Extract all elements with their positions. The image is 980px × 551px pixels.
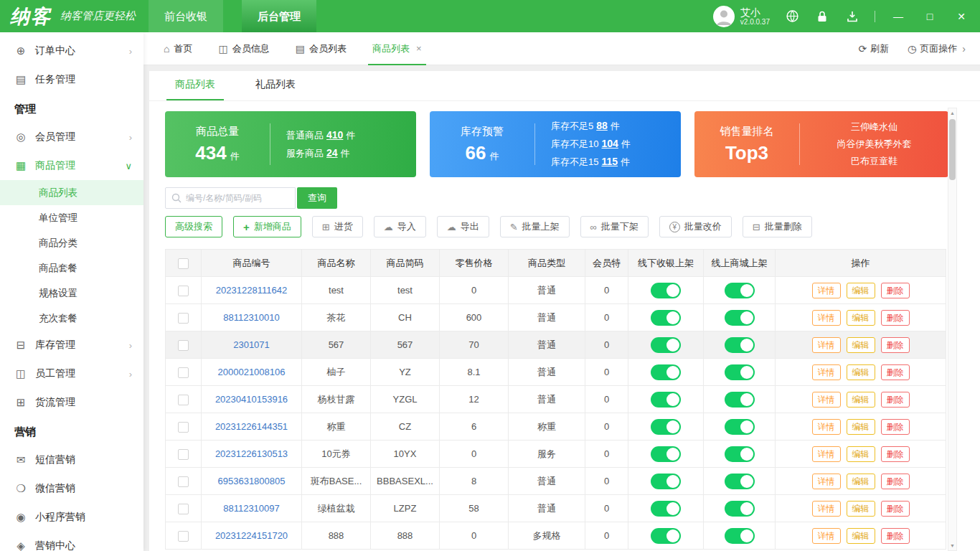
row-checkbox[interactable] [178, 340, 189, 351]
delete-button[interactable]: 删除 [881, 501, 910, 517]
row-checkbox[interactable] [178, 395, 189, 405]
detail-button[interactable]: 详情 [812, 419, 841, 435]
product-id-link[interactable]: 2000021008106 [218, 367, 286, 377]
sidebar-subitem[interactable]: 商品分类 [0, 230, 143, 255]
download-icon[interactable] [844, 9, 860, 24]
search-input[interactable] [182, 193, 295, 203]
online-shelf-toggle[interactable] [725, 501, 755, 517]
breadcrumb-tab[interactable]: ◫会员信息 [218, 32, 269, 65]
sidebar-subitem[interactable]: 规格设置 [0, 281, 143, 306]
stat-line-value-link[interactable]: 88 [596, 120, 608, 131]
product-id-link[interactable]: 20231224151720 [215, 530, 288, 541]
detail-button[interactable]: 详情 [812, 283, 841, 298]
delete-button[interactable]: 删除 [881, 419, 910, 435]
edit-button[interactable]: 编辑 [847, 337, 875, 353]
sidebar-item[interactable]: ⊞货流管理 [0, 388, 143, 417]
delete-button[interactable]: 删除 [881, 392, 910, 408]
edit-button[interactable]: 编辑 [847, 364, 875, 380]
sidebar-subitem[interactable]: 充次套餐 [0, 306, 143, 331]
offline-shelf-toggle[interactable] [651, 310, 681, 326]
delete-button[interactable]: 删除 [881, 337, 910, 353]
row-checkbox[interactable] [178, 504, 189, 514]
online-shelf-toggle[interactable] [725, 446, 755, 462]
edit-button[interactable]: 编辑 [847, 446, 875, 462]
online-shelf-toggle[interactable] [725, 364, 755, 380]
offline-shelf-toggle[interactable] [651, 392, 681, 408]
product-id-link[interactable]: 20231226130513 [215, 448, 288, 459]
offline-shelf-toggle[interactable] [651, 446, 681, 462]
online-shelf-toggle[interactable] [725, 528, 755, 544]
product-id-link[interactable]: 88112310097 [223, 503, 280, 514]
batch-price-button[interactable]: ¥批量改价 [659, 216, 732, 237]
sidebar-subitem[interactable]: 商品列表 [0, 180, 143, 205]
breadcrumb-tab[interactable]: 商品列表× [372, 32, 422, 65]
batch-offshelf-button[interactable]: ∞批量下架 [580, 216, 649, 237]
export-button[interactable]: ☁导出 [437, 216, 489, 237]
stat-line-value-link[interactable]: 115 [601, 156, 618, 167]
refresh-action[interactable]: ⟳刷新 [858, 42, 889, 55]
offline-shelf-toggle[interactable] [651, 474, 681, 489]
product-id-link[interactable]: 88112310010 [223, 312, 280, 323]
sidebar-item[interactable]: ⊟库存管理› [0, 331, 143, 359]
edit-button[interactable]: 编辑 [847, 419, 875, 435]
row-checkbox[interactable] [178, 449, 189, 460]
offline-shelf-toggle[interactable] [651, 501, 681, 517]
row-checkbox[interactable] [178, 476, 189, 487]
topbar-nav-tab[interactable]: 前台收银 [149, 0, 223, 32]
detail-button[interactable]: 详情 [812, 337, 841, 353]
sidebar-item[interactable]: ⊕订单中心› [0, 37, 143, 65]
online-shelf-toggle[interactable] [725, 310, 755, 326]
stat-line-value-link[interactable]: 24 [326, 147, 338, 159]
offline-shelf-toggle[interactable] [651, 419, 681, 435]
stat-line-value-link[interactable]: 410 [326, 129, 343, 141]
sidebar-subitem[interactable]: 单位管理 [0, 205, 143, 230]
row-checkbox[interactable] [178, 286, 189, 296]
add-product-button[interactable]: +新增商品 [233, 216, 301, 237]
sidebar-item[interactable]: ◫员工管理› [0, 359, 143, 388]
detail-button[interactable]: 详情 [812, 392, 841, 408]
row-checkbox[interactable] [178, 367, 189, 378]
delete-button[interactable]: 删除 [881, 364, 910, 380]
search-button[interactable]: 查询 [297, 187, 337, 209]
detail-button[interactable]: 详情 [812, 446, 841, 462]
edit-button[interactable]: 编辑 [847, 392, 875, 408]
product-id-link[interactable]: 6953631800805 [218, 476, 286, 486]
sidebar-item[interactable]: ◎会员管理› [0, 123, 143, 151]
edit-button[interactable]: 编辑 [847, 474, 875, 489]
sidebar-item[interactable]: ◈营销中心 [0, 532, 143, 551]
offline-shelf-toggle[interactable] [651, 283, 681, 298]
sidebar-item[interactable]: ✉短信营销 [0, 446, 143, 474]
delete-button[interactable]: 删除 [881, 446, 910, 462]
purchase-button[interactable]: ⊞进货 [312, 216, 363, 237]
scroll-up-icon[interactable]: ▲ [950, 108, 955, 118]
page-actions[interactable]: ◷页面操作› [908, 42, 966, 55]
advanced-search-button[interactable]: 高级搜索 [165, 216, 222, 237]
edit-button[interactable]: 编辑 [847, 283, 875, 298]
maximize-button[interactable]: □ [921, 11, 938, 22]
edit-button[interactable]: 编辑 [847, 310, 875, 326]
delete-button[interactable]: 删除 [881, 283, 910, 298]
minimize-button[interactable]: — [890, 11, 907, 22]
row-checkbox[interactable] [178, 422, 189, 433]
offline-shelf-toggle[interactable] [651, 364, 681, 380]
online-shelf-toggle[interactable] [725, 474, 755, 489]
detail-button[interactable]: 详情 [812, 501, 841, 517]
batch-onshelf-button[interactable]: ✎批量上架 [500, 216, 570, 237]
online-shelf-toggle[interactable] [725, 283, 755, 298]
offline-shelf-toggle[interactable] [651, 528, 681, 544]
vertical-scrollbar[interactable]: ▲ ▼ [948, 108, 957, 551]
detail-button[interactable]: 详情 [812, 528, 841, 544]
row-checkbox[interactable] [178, 531, 189, 542]
scroll-thumb[interactable] [949, 119, 956, 180]
close-button[interactable]: ✕ [953, 11, 970, 22]
row-checkbox[interactable] [178, 313, 189, 324]
delete-button[interactable]: 删除 [881, 528, 910, 544]
delete-button[interactable]: 删除 [881, 474, 910, 489]
content-tab[interactable]: 商品列表 [166, 78, 224, 100]
scroll-down-icon[interactable]: ▼ [950, 541, 955, 550]
detail-button[interactable]: 详情 [812, 310, 841, 326]
content-tab[interactable]: 礼品列表 [247, 78, 304, 100]
sidebar-subitem[interactable]: 商品套餐 [0, 255, 143, 281]
breadcrumb-tab[interactable]: ⌂首页 [164, 32, 192, 65]
select-all-checkbox[interactable] [178, 258, 189, 269]
